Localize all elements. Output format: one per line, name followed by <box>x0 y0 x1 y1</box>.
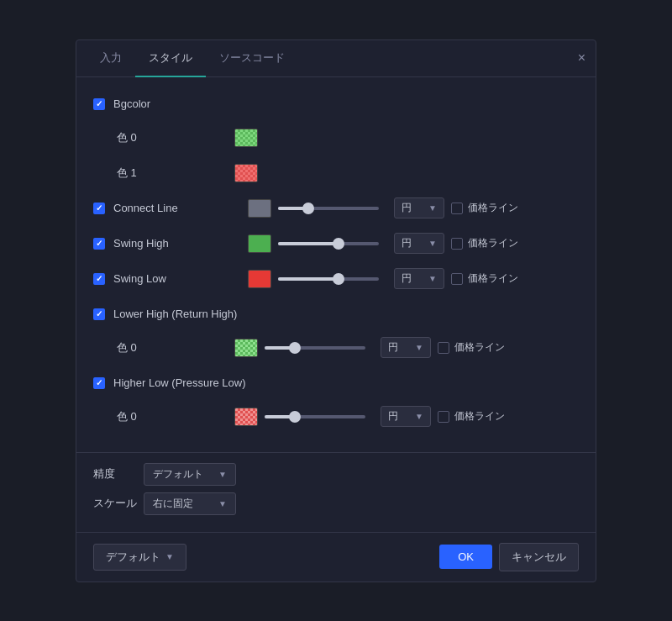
lower-high-color0-label: 色 0 <box>117 340 234 355</box>
higher-low-price-checkbox[interactable] <box>438 411 449 423</box>
swing-high-price-label: 価格ライン <box>468 236 518 250</box>
swing-high-price-checkbox[interactable] <box>451 238 463 250</box>
default-button-arrow-icon: ▼ <box>165 552 174 561</box>
swing-low-checkbox[interactable] <box>93 273 105 285</box>
bgcolor-checkbox[interactable] <box>93 98 105 110</box>
precision-label: 精度 <box>93 466 144 482</box>
swing-high-slider[interactable] <box>278 242 387 245</box>
precision-arrow-icon: ▼ <box>218 470 227 479</box>
connect-line-color-picker[interactable] <box>248 199 271 218</box>
bgcolor-color0-row: 色 0 <box>117 124 579 151</box>
content-area: Bgcolor 色 0 色 1 Connect Line <box>76 77 596 452</box>
footer: デフォルト ▼ OK キャンセル <box>76 532 596 582</box>
bgcolor-label: Bgcolor <box>113 97 248 110</box>
connect-line-price-label: 価格ライン <box>468 201 518 215</box>
lower-high-label: Lower High (Return High) <box>113 308 248 320</box>
bgcolor-color1-picker[interactable] <box>234 164 258 182</box>
connect-line-slider[interactable] <box>278 207 387 210</box>
ok-button[interactable]: OK <box>439 545 492 569</box>
bgcolor-color0-label: 色 0 <box>117 130 234 145</box>
tab-source[interactable]: ソースコード <box>206 40 298 77</box>
connect-line-label: Connect Line <box>113 202 248 214</box>
swing-high-dropdown[interactable]: 円 ▼ <box>394 233 444 254</box>
default-button[interactable]: デフォルト ▼ <box>93 544 186 571</box>
precision-row: 精度 デフォルト ▼ <box>93 463 579 486</box>
scale-arrow-icon: ▼ <box>218 499 227 508</box>
swing-low-dropdown[interactable]: 円 ▼ <box>394 268 444 289</box>
precision-dropdown[interactable]: デフォルト ▼ <box>144 463 236 486</box>
connect-line-checkbox[interactable] <box>93 203 105 214</box>
tab-input[interactable]: 入力 <box>87 40 135 77</box>
tab-style[interactable]: スタイル <box>135 40 206 77</box>
scale-label: スケール <box>93 496 144 511</box>
swing-low-color-picker[interactable] <box>248 270 271 288</box>
precision-value: デフォルト <box>153 467 203 482</box>
lower-high-slider[interactable] <box>265 346 374 350</box>
swing-low-price-label: 価格ライン <box>468 271 518 286</box>
connect-line-price-checkbox[interactable] <box>451 203 463 214</box>
connect-line-row: Connect Line 円 ▼ 価格ライン <box>93 195 579 222</box>
swing-high-row: Swing High 円 ▼ 価格ライン <box>93 230 579 257</box>
swing-low-label: Swing Low <box>113 272 248 285</box>
dialog: 入力 スタイル ソースコード × Bgcolor 色 0 色 1 Co <box>76 39 596 582</box>
bottom-settings: 精度 デフォルト ▼ スケール 右に固定 ▼ <box>76 452 596 532</box>
close-button[interactable]: × <box>578 50 585 66</box>
connect-line-price-group: 価格ライン <box>451 201 518 215</box>
bgcolor-section-header: Bgcolor <box>93 91 579 118</box>
tabs-bar: 入力 スタイル ソースコード × <box>76 40 596 77</box>
swing-low-row: Swing Low 円 ▼ 価格ライン <box>93 266 579 292</box>
higher-low-slider[interactable] <box>265 415 374 418</box>
swing-low-price-checkbox[interactable] <box>451 273 463 285</box>
lower-high-dropdown[interactable]: 円 ▼ <box>381 337 431 358</box>
footer-right: OK キャンセル <box>439 543 579 571</box>
higher-low-section-header: Higher Low (Pressure Low) <box>93 370 579 397</box>
lower-high-price-group: 価格ライン <box>438 340 505 355</box>
default-button-label: デフォルト <box>106 550 160 565</box>
higher-low-price-label: 価格ライン <box>454 409 505 424</box>
higher-low-color0-row: 色 0 円 ▼ 価格ライン <box>117 403 579 430</box>
swing-high-price-group: 価格ライン <box>451 236 518 250</box>
higher-low-dropdown[interactable]: 円 ▼ <box>381 406 431 427</box>
scale-dropdown[interactable]: 右に固定 ▼ <box>144 492 236 515</box>
lower-high-price-checkbox[interactable] <box>438 342 449 354</box>
lower-high-color0-row: 色 0 円 ▼ 価格ライン <box>117 334 579 361</box>
higher-low-color0-label: 色 0 <box>117 409 234 424</box>
swing-high-label: Swing High <box>113 237 248 250</box>
higher-low-label: Higher Low (Pressure Low) <box>113 376 248 389</box>
bgcolor-color1-label: 色 1 <box>117 166 234 181</box>
swing-low-price-group: 価格ライン <box>451 271 518 286</box>
lower-high-color0-picker[interactable] <box>234 339 258 357</box>
higher-low-color0-picker[interactable] <box>234 408 258 426</box>
swing-high-checkbox[interactable] <box>93 238 105 250</box>
higher-low-checkbox[interactable] <box>93 377 105 389</box>
connect-line-dropdown[interactable]: 円 ▼ <box>394 197 444 218</box>
swing-high-color-picker[interactable] <box>248 234 271 253</box>
lower-high-section-header: Lower High (Return High) <box>93 301 579 328</box>
bgcolor-color1-row: 色 1 <box>117 160 579 187</box>
bgcolor-color0-picker[interactable] <box>234 129 258 147</box>
higher-low-price-group: 価格ライン <box>438 409 505 424</box>
swing-low-slider[interactable] <box>278 277 387 281</box>
scale-value: 右に固定 <box>153 497 193 511</box>
lower-high-price-label: 価格ライン <box>454 340 505 355</box>
lower-high-checkbox[interactable] <box>93 308 105 320</box>
scale-row: スケール 右に固定 ▼ <box>93 492 579 515</box>
cancel-button[interactable]: キャンセル <box>499 543 579 571</box>
